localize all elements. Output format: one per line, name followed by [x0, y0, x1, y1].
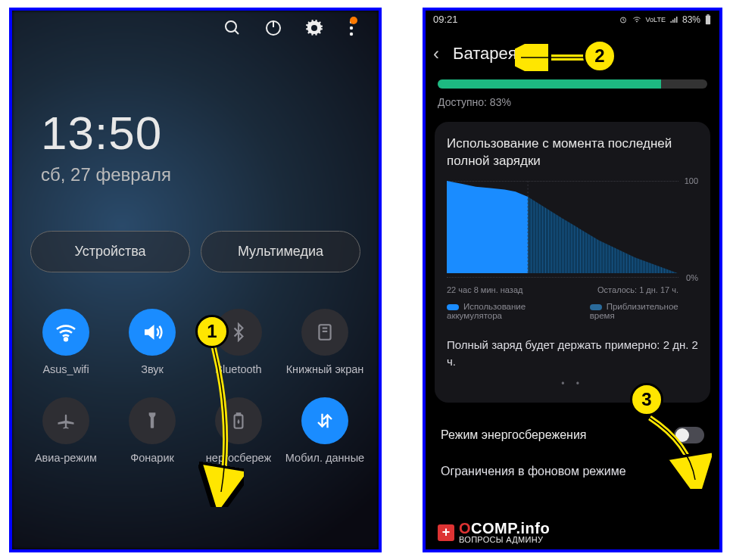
search-icon[interactable]: [223, 18, 242, 38]
chart-x-axis: 22 час 8 мин. назад Осталось: 1 дн. 17 ч…: [447, 285, 698, 294]
tile-book-screen[interactable]: Книжный экран: [282, 298, 368, 387]
status-time: 09:21: [433, 14, 458, 25]
watermark-o: O: [459, 520, 471, 537]
tile-label: Мобил. данные: [285, 452, 364, 465]
sound-icon: [129, 309, 176, 356]
airplane-icon: [42, 397, 89, 444]
annotation-badge-1: 1: [195, 315, 229, 348]
signal-icon: [669, 15, 678, 24]
annotation-badge-2: 2: [583, 39, 616, 73]
available-label: Доступно: 83%: [426, 89, 719, 122]
full-charge-estimate: Полный заряд будет держать примерно: 2 д…: [447, 337, 698, 370]
tile-label: Книжный экран: [286, 363, 364, 376]
battery-pct: 83%: [682, 14, 700, 25]
tile-airplane[interactable]: Авиа-режим: [23, 387, 109, 475]
clock-time: 13:50: [41, 106, 379, 160]
qs-top-icons: [12, 11, 379, 38]
annotation-arrow-2: [515, 44, 591, 71]
svg-point-7: [64, 338, 67, 341]
card-title: Использование с момента последней полной…: [447, 135, 698, 170]
status-right: VoLTE 83%: [619, 14, 712, 25]
flashlight-icon: [129, 397, 176, 444]
book-icon: [301, 309, 348, 356]
tile-label: Авиа-режим: [35, 452, 97, 465]
page-title: Батарея: [453, 44, 517, 64]
svg-point-6: [350, 33, 353, 36]
media-pill[interactable]: Мультимедиа: [201, 231, 360, 272]
watermark-sub: ВОПРОСЫ АДМИНУ: [459, 536, 550, 544]
battery-fill: [438, 79, 661, 89]
chart-svg: [447, 181, 678, 273]
clock-block: 13:50 сб, 27 февраля: [12, 38, 379, 185]
svg-point-5: [350, 26, 353, 30]
usage-chart: 100 0%: [447, 181, 698, 278]
svg-rect-15: [706, 15, 710, 24]
watermark: + OCOMP.info ВОПРОСЫ АДМИНУ: [438, 521, 550, 544]
tile-flashlight[interactable]: Фонарик: [109, 387, 195, 475]
chart-legend: Использование аккумулятора Приблизительн…: [447, 302, 698, 320]
legend-usage: Использование аккумулятора: [447, 302, 526, 320]
notification-dot: [350, 17, 357, 24]
battery-icon: [704, 14, 712, 25]
alarm-icon: [619, 15, 628, 24]
tile-wifi[interactable]: Asus_wifi: [23, 298, 109, 387]
svg-point-14: [636, 20, 637, 21]
svg-point-0: [226, 21, 236, 32]
tile-mobile-data[interactable]: Мобил. данные: [282, 387, 368, 475]
annotation-badge-3: 3: [630, 383, 663, 416]
tile-label: Звук: [141, 363, 164, 375]
y-tick-100: 100: [685, 176, 698, 185]
status-bar: 09:21 VoLTE 83%: [426, 11, 719, 28]
quick-tiles-grid: Asus_wifi Звук Bluetooth Книжный экран: [12, 272, 379, 474]
power-icon[interactable]: [264, 18, 283, 38]
usage-card[interactable]: Использование с момента последней полной…: [435, 122, 710, 403]
mobile-data-icon: [301, 397, 348, 444]
back-icon[interactable]: ‹: [433, 43, 439, 64]
power-saving-label: Режим энергосбережения: [441, 428, 587, 442]
volte-icon: VoLTE: [646, 16, 666, 23]
annotation-arrow-3: [644, 413, 712, 489]
page-indicator: • •: [447, 378, 698, 389]
wifi-icon: [42, 309, 89, 356]
axis-left: 22 час 8 мин. назад: [447, 285, 522, 294]
legend-estimate: Приблизительное время: [590, 302, 678, 320]
axis-right: Осталось: 1 дн. 17 ч.: [597, 285, 678, 294]
tile-label: Фонарик: [130, 452, 174, 464]
clock-date: сб, 27 февраля: [41, 164, 379, 185]
watermark-plus-icon: +: [438, 524, 454, 541]
battery-progress: [426, 79, 719, 89]
svg-rect-16: [706, 14, 709, 16]
tile-label: Asus_wifi: [42, 363, 89, 375]
svg-line-1: [235, 30, 239, 34]
watermark-rest: COMP.info: [471, 520, 550, 537]
annotation-arrow-1: [198, 341, 244, 507]
y-tick-0: 0%: [686, 273, 698, 282]
gear-icon[interactable]: [304, 18, 324, 38]
tile-sound[interactable]: Звук: [109, 298, 195, 387]
phone-quick-settings: 13:50 сб, 27 февраля Устройства Мультиме…: [9, 8, 382, 552]
wifi-status-icon: [632, 15, 642, 24]
devices-pill[interactable]: Устройства: [30, 231, 190, 272]
more-icon[interactable]: [345, 18, 365, 38]
